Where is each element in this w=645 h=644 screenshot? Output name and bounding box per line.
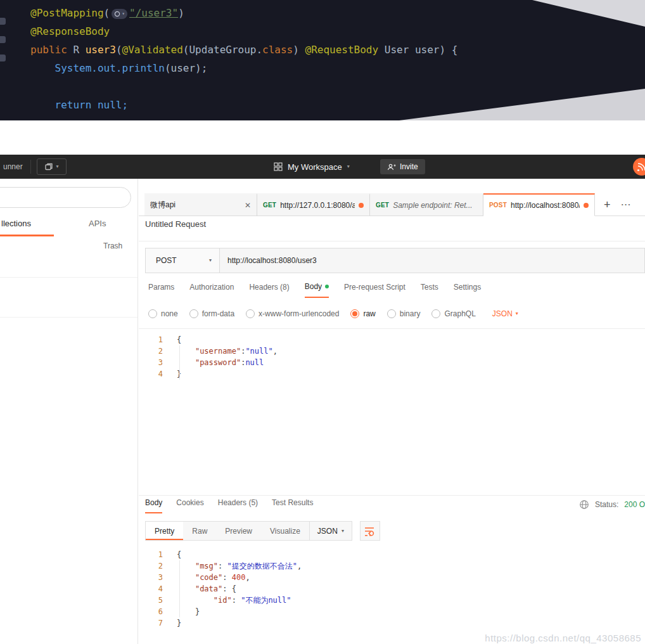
view-preview[interactable]: Preview xyxy=(216,522,261,540)
new-window-button[interactable]: ▾ xyxy=(37,158,67,175)
chevron-down-icon: ▾ xyxy=(342,529,344,534)
tabstrip-end: + ⋯ xyxy=(595,193,645,216)
response-language-value: JSON xyxy=(317,527,338,536)
language-select[interactable]: JSON ▾ xyxy=(492,309,518,318)
sidebar: llections APIs Trash xyxy=(0,179,138,644)
tab-options-button[interactable]: ⋯ xyxy=(621,200,631,210)
url-input[interactable]: http://localhost:8080/user3 xyxy=(220,248,644,273)
code-line: System.out.println(user); xyxy=(30,59,457,77)
response-tab-cookies[interactable]: Cookies xyxy=(176,498,203,513)
tab-tests[interactable]: Tests xyxy=(421,282,438,298)
request-body-editor[interactable]: 1{2 "username":"null",3 "password":null4… xyxy=(139,328,645,495)
code-line: public R user3(@Validated(UpdateGroup.cl… xyxy=(30,41,457,59)
sidebar-tab-apis[interactable]: APIs xyxy=(89,219,106,228)
tab-body[interactable]: Body xyxy=(305,282,329,298)
url-bar: POST ▾ http://localhost:8080/user3 xyxy=(145,248,645,273)
tabstrip-spacer xyxy=(139,193,144,216)
view-raw[interactable]: Raw xyxy=(183,522,216,540)
code-line: @PostMapping(▾"/user3") xyxy=(30,4,457,22)
tab-get-127[interactable]: GET http://127.0.0.1:8080/a... xyxy=(257,193,370,216)
inline-hint-icon[interactable]: ▾ xyxy=(112,9,127,19)
code-line: 3 "code": 400, xyxy=(139,572,645,583)
response-tab-body[interactable]: Body xyxy=(145,498,162,513)
method-label: GET xyxy=(376,202,389,209)
tab-headers[interactable]: Headers (8) xyxy=(249,282,289,298)
unsaved-dot-icon xyxy=(359,203,364,208)
mode-graphql[interactable]: GraphQL xyxy=(431,309,475,318)
invite-button[interactable]: Invite xyxy=(380,159,425,174)
tab-settings[interactable]: Settings xyxy=(454,282,481,298)
line-number: 3 xyxy=(139,572,172,583)
mode-form-data[interactable]: form-data xyxy=(189,309,234,318)
view-toggle-group: Pretty Raw Preview Visualize JSON ▾ xyxy=(145,521,352,541)
tab-sample-endpoint[interactable]: GET Sample endpoint: Ret... xyxy=(370,193,483,216)
url-value: http://localhost:8080/user3 xyxy=(227,256,317,265)
view-pretty[interactable]: Pretty xyxy=(146,522,183,540)
tab-title: Sample endpoint: Ret... xyxy=(393,201,477,210)
mode-binary[interactable]: binary xyxy=(387,309,421,318)
request-tabstrip: 微博api ✕ GET http://127.0.0.1:8080/a... G… xyxy=(139,193,645,216)
view-visualize[interactable]: Visualize xyxy=(261,522,309,540)
globe-icon[interactable] xyxy=(579,499,589,510)
method-label: POST xyxy=(489,202,507,209)
radio-icon xyxy=(148,309,157,318)
line-number: 2 xyxy=(139,345,172,357)
code-line: 3 "password":null xyxy=(139,357,645,368)
green-dot-icon xyxy=(325,285,329,288)
sidebar-tab-collections[interactable]: llections xyxy=(1,219,31,228)
add-tab-button[interactable]: + xyxy=(604,199,611,210)
response-meta: Status: 200 O xyxy=(579,499,645,510)
tab-title: http://localhost:8080/... xyxy=(511,201,580,210)
close-icon[interactable]: ✕ xyxy=(245,201,251,210)
wrap-lines-button[interactable] xyxy=(360,521,380,541)
unsaved-dot-icon xyxy=(584,203,589,208)
method-label: GET xyxy=(263,202,276,209)
radio-icon xyxy=(387,309,396,318)
line-number: 4 xyxy=(139,583,172,595)
method-select[interactable]: POST ▾ xyxy=(146,248,220,273)
watermark: https://blog.csdn.net/qq_43058685 xyxy=(485,633,641,643)
code-line: 5 "id": "不能为null" xyxy=(139,595,645,606)
tab-weibo-api[interactable]: 微博api ✕ xyxy=(144,193,257,216)
radio-icon xyxy=(189,309,198,318)
runner-tab[interactable]: unner xyxy=(0,155,29,179)
chevron-down-icon: ▾ xyxy=(56,164,58,169)
header-divider xyxy=(30,160,31,174)
chevron-down-icon: ▾ xyxy=(209,258,212,263)
mode-none[interactable]: none xyxy=(148,309,178,318)
mode-raw[interactable]: raw xyxy=(350,309,375,318)
line-number: 6 xyxy=(139,606,172,617)
active-tab-indicator xyxy=(0,235,54,236)
tab-authorization[interactable]: Authorization xyxy=(189,282,234,298)
invite-label: Invite xyxy=(400,162,418,171)
workspace-switcher[interactable]: My Workspace ▾ xyxy=(274,155,350,179)
radio-icon xyxy=(350,309,359,318)
sidebar-divider xyxy=(0,317,137,318)
line-number: 1 xyxy=(139,549,172,560)
code-line: 7} xyxy=(139,617,645,629)
radio-icon xyxy=(431,309,440,318)
sync-status-icon[interactable] xyxy=(633,158,645,176)
chevron-down-icon: ▾ xyxy=(347,164,350,169)
trash-link[interactable]: Trash xyxy=(103,242,122,250)
tab-post-localhost[interactable]: POST http://localhost:8080/... xyxy=(483,193,595,216)
sidebar-search-input[interactable] xyxy=(0,187,131,208)
response-tab-headers[interactable]: Headers (5) xyxy=(218,498,258,513)
mode-x-www-form-urlencoded[interactable]: x-www-form-urlencoded xyxy=(246,309,339,318)
grid-icon xyxy=(274,162,283,171)
response-toolbar: Pretty Raw Preview Visualize JSON ▾ xyxy=(145,521,380,541)
response-body-viewer[interactable]: 1{2 "msg": "提交的数据不合法",3 "code": 400,4 "d… xyxy=(139,544,645,644)
sidebar-divider xyxy=(0,277,137,278)
tab-pre-request-script[interactable]: Pre-request Script xyxy=(344,282,406,298)
indent-guide xyxy=(179,560,180,617)
response-language-select[interactable]: JSON ▾ xyxy=(309,522,352,540)
code-line: 1{ xyxy=(139,334,645,345)
chevron-down-icon: ▾ xyxy=(516,311,518,316)
response-tab-test-results[interactable]: Test Results xyxy=(272,498,313,513)
new-window-icon xyxy=(44,162,53,171)
ide-code-editor: @PostMapping(▾"/user3")@ResponseBodypubl… xyxy=(0,0,645,120)
code-line: 4} xyxy=(139,368,645,380)
tab-params[interactable]: Params xyxy=(148,282,174,298)
java-code: @PostMapping(▾"/user3")@ResponseBodypubl… xyxy=(0,4,457,114)
wrap-lines-icon xyxy=(364,525,376,538)
